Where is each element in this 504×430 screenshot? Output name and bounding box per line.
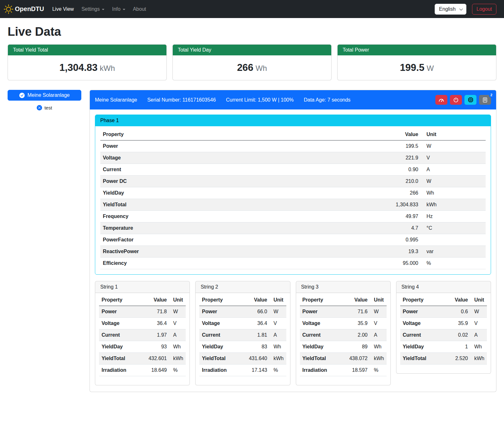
card-total-yield-total: Total Yield Total 1,304.83kWh — [8, 44, 167, 80]
unit-cell: Wh — [470, 341, 487, 353]
inverter-list: Meine Solaranlage test — [8, 90, 81, 110]
table-row: Voltage 36.4 V — [199, 318, 286, 329]
event-count-badge: 2 — [489, 92, 494, 98]
table-row: Voltage 221.9 V — [100, 152, 486, 164]
property-cell: YieldDay — [99, 341, 145, 353]
string-table: Property Value Unit Power — [199, 294, 286, 376]
value-cell: 210.0 — [386, 176, 421, 187]
unit-header: Unit — [169, 294, 186, 306]
value-cell: 49.97 — [386, 211, 421, 222]
property-cell: YieldTotal — [199, 353, 245, 365]
unit-cell: W — [421, 140, 486, 152]
table-row: Irradiation 17.143 % — [199, 365, 286, 376]
string-title: String 4 — [396, 281, 491, 293]
brand-label: OpenDTU — [15, 5, 44, 13]
value-cell: 18.649 — [145, 365, 169, 376]
journal-icon — [482, 97, 488, 103]
device-info-button[interactable] — [464, 95, 476, 105]
unit-header: Unit — [270, 294, 286, 306]
power-toggle-button[interactable] — [450, 95, 462, 105]
value-cell: 432.601 — [145, 353, 169, 365]
nav-item-info[interactable]: Info — [108, 4, 129, 15]
property-cell: Irradiation — [199, 365, 245, 376]
table-row: Frequency 49.97 Hz — [100, 211, 486, 222]
event-log-button[interactable]: 2 — [479, 95, 491, 105]
value-header: Value — [386, 129, 421, 140]
page-title: Live Data — [8, 25, 496, 39]
unit-header: Unit — [421, 129, 486, 140]
caret-down-icon — [123, 9, 125, 10]
table-header-row: Property Value Unit — [400, 294, 487, 306]
nav-item-settings-label: Settings — [81, 6, 100, 12]
nav-item-settings[interactable]: Settings — [78, 4, 108, 15]
unit-cell: A — [421, 164, 486, 176]
unit-cell: kWh — [470, 353, 487, 365]
property-cell: Power — [99, 306, 145, 318]
unit-cell: W — [370, 306, 387, 318]
x-circle-icon — [37, 105, 42, 110]
string-card-1: String 1 Property Value Unit — [95, 281, 190, 385]
inverter-selector-test[interactable]: test — [8, 105, 81, 110]
card-body: 1,304.83kWh — [8, 55, 166, 80]
nav-links: Live View Settings Info About — [48, 4, 434, 15]
value-cell: 18.597 — [345, 365, 370, 376]
inverter-serial: Serial Number: 116171603546 — [147, 97, 216, 103]
string-table: Property Value Unit Power — [300, 294, 387, 376]
string-body: Property Value Unit Power — [95, 293, 190, 385]
value-cell: 71.8 — [145, 306, 169, 318]
table-row: Current 0.02 A — [400, 329, 487, 341]
value-cell: 71.6 — [345, 306, 370, 318]
logout-button[interactable]: Logout — [472, 4, 496, 15]
table-row: YieldTotal 2.520 kWh — [400, 353, 487, 365]
property-cell: Voltage — [400, 318, 446, 329]
inverter-selector-active[interactable]: Meine Solaranlage — [8, 90, 81, 101]
inverter-card-body: Phase 1 Property Value Unit — [90, 109, 496, 392]
card-title: Total Yield Day — [173, 45, 331, 55]
limit-settings-button[interactable] — [435, 95, 447, 105]
property-cell: PowerFactor — [100, 234, 386, 246]
unit-cell: V — [370, 318, 387, 329]
value-cell: 266 — [386, 187, 421, 199]
table-row: YieldDay 266 Wh — [100, 187, 486, 199]
content-row: Meine Solaranlage test Meine Solaranlage… — [8, 90, 496, 392]
string-body: Property Value Unit Power — [196, 293, 290, 385]
value-cell: 431.640 — [245, 353, 270, 365]
unit-cell: A — [370, 329, 387, 341]
card-body: 266Wh — [173, 55, 331, 80]
nav-item-about[interactable]: About — [129, 4, 150, 15]
unit-cell: A — [270, 329, 286, 341]
property-cell: Irradiation — [99, 365, 145, 376]
gauge-icon — [438, 97, 445, 103]
value-header: Value — [145, 294, 169, 306]
language-label: English — [439, 6, 456, 12]
value-cell: 35.9 — [446, 318, 470, 329]
brand[interactable]: OpenDTU — [4, 4, 44, 14]
table-row: Power 71.8 W — [99, 306, 186, 318]
card-title: Total Yield Total — [8, 45, 166, 55]
inverter-actions: 2 — [435, 95, 491, 105]
property-header: Property — [100, 129, 386, 140]
table-row: Voltage 36.4 V — [99, 318, 186, 329]
chevron-down-icon — [459, 7, 463, 10]
unit-cell: % — [270, 365, 286, 376]
power-icon — [453, 97, 459, 103]
language-select[interactable]: English — [435, 4, 466, 15]
unit-cell: kWh — [270, 353, 286, 365]
property-cell: Power DC — [100, 176, 386, 187]
string-body: Property Value Unit Power — [296, 293, 390, 385]
value-cell: 199.5 — [386, 140, 421, 152]
summary-cards: Total Yield Total 1,304.83kWh Total Yiel… — [8, 44, 496, 80]
nav-item-live-view[interactable]: Live View — [48, 4, 78, 15]
table-row: Power DC 210.0 W — [100, 176, 486, 187]
property-cell: YieldTotal — [300, 353, 345, 365]
card-body: 199.5W — [338, 55, 496, 80]
property-cell: Irradiation — [300, 365, 345, 376]
inverter-data-age: Data Age: 7 seconds — [304, 97, 351, 103]
value-cell: 36.4 — [145, 318, 169, 329]
phase-card: Phase 1 Property Value Unit — [95, 115, 491, 275]
unit-cell: V — [470, 318, 487, 329]
table-row: Current 2.00 A — [300, 329, 387, 341]
table-row: Voltage 35.9 V — [400, 318, 487, 329]
property-cell: Power — [300, 306, 345, 318]
property-cell: Current — [99, 329, 145, 341]
